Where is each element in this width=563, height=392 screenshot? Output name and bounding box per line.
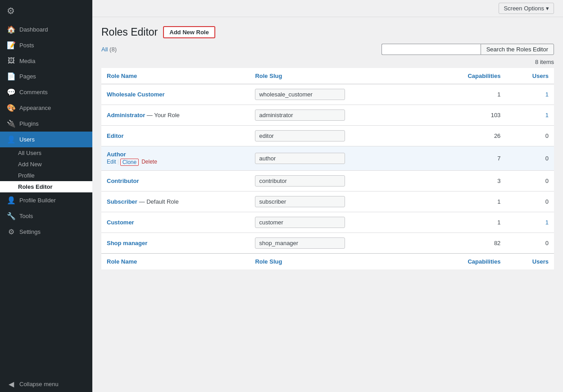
users-cell: 1 [506,84,554,105]
sidebar-item-tools[interactable]: 🔧 Tools [0,208,92,224]
capabilities-cell: 1 [428,191,506,212]
tools-icon: 🔧 [7,212,16,220]
table-row: Editor260 [101,126,554,146]
users-cell: 1 [506,212,554,233]
main-content: Screen Options ▾ Roles Editor Add New Ro… [92,0,563,392]
users-cell: 1 [506,105,554,126]
roles-table: Role Name Role Slug Capabilities Users W… [101,68,554,269]
role-name-link[interactable]: Editor [107,132,124,139]
role-name-cell: Editor [101,126,250,146]
sidebar-subitem-roles-editor[interactable]: Roles Editor [0,181,92,192]
role-suffix: — Your Role [145,112,180,119]
role-name-cell: Contributor [101,171,250,191]
sidebar-item-label: Profile Builder [19,197,56,204]
sidebar-item-collapse[interactable]: ◀ Collapse menu [0,376,92,392]
role-slug-input[interactable] [255,217,345,228]
role-slug-cell [250,126,428,146]
role-slug-input[interactable] [255,153,345,164]
sidebar-item-comments[interactable]: 💬 Comments [0,84,92,100]
users-cell: 0 [506,191,554,212]
role-name-link[interactable]: Administrator [107,112,145,119]
search-area: Search the Roles Editor [381,44,554,55]
col-header-role-slug: Role Slug [250,68,428,84]
role-actions: Edit|Clone Delete [107,159,244,166]
sidebar-item-label: Dashboard [19,26,48,33]
plugins-icon: 🔌 [7,119,16,128]
clone-action[interactable]: Clone [120,159,139,166]
sidebar-item-pages[interactable]: 📄 Pages [0,68,92,84]
table-footer-row: Role Name Role Slug Capabilities Users [101,254,554,270]
sidebar-item-plugins[interactable]: 🔌 Plugins [0,116,92,132]
dashboard-icon: 🏠 [7,25,16,34]
col-footer-role-slug: Role Slug [250,254,428,270]
capabilities-cell: 3 [428,171,506,191]
role-slug-input[interactable] [255,130,345,141]
capabilities-cell: 103 [428,105,506,126]
sidebar-item-media[interactable]: 🖼 Media [0,53,92,68]
role-slug-cell [250,191,428,212]
role-name-link[interactable]: Subscriber [107,198,137,205]
page-header: Roles Editor Add New Role [101,26,554,38]
sidebar-item-users[interactable]: 👤 Users [0,132,92,147]
role-name-link[interactable]: Customer [107,219,134,226]
sidebar-item-label: Settings [19,228,41,235]
sidebar-item-label: Appearance [19,105,51,111]
table-row: Contributor30 [101,171,554,191]
table-row: Subscriber — Default Role10 [101,191,554,212]
role-slug-input[interactable] [255,175,345,187]
role-name-cell: Subscriber — Default Role [101,191,250,212]
role-slug-cell [250,146,428,171]
col-header-role-name[interactable]: Role Name [101,68,250,84]
role-name-cell: Shop manager [101,233,250,254]
comments-icon: 💬 [7,88,16,96]
sidebar-item-label: Media [19,58,35,64]
table-row: Shop manager820 [101,233,554,254]
role-slug-input[interactable] [255,237,345,249]
role-slug-input[interactable] [255,109,345,121]
sidebar-subitem-profile[interactable]: Profile [0,170,92,181]
posts-icon: 📝 [7,41,16,50]
screen-options-label: Screen Options [504,5,544,12]
sidebar-item-dashboard[interactable]: 🏠 Dashboard [0,22,92,37]
role-name-link[interactable]: Author [107,151,126,158]
add-new-role-button[interactable]: Add New Role [163,26,215,38]
appearance-icon: 🎨 [7,104,16,112]
sidebar-subitem-all-users[interactable]: All Users [0,147,92,159]
sidebar-item-posts[interactable]: 📝 Posts [0,37,92,53]
wordpress-icon: ⚙ [7,5,15,16]
role-name-cell: Customer [101,212,250,233]
sidebar-item-appearance[interactable]: 🎨 Appearance [0,100,92,116]
sidebar-item-label: Tools [19,213,33,219]
capabilities-cell: 1 [428,84,506,105]
role-slug-cell [250,171,428,191]
sidebar-item-label: Comments [19,89,48,96]
sidebar-item-label: Pages [19,73,36,80]
sidebar-item-settings[interactable]: ⚙ Settings [0,224,92,240]
users-icon: 👤 [7,135,16,144]
search-roles-button[interactable]: Search the Roles Editor [481,44,554,55]
settings-icon: ⚙ [7,228,16,236]
delete-action[interactable]: Delete [141,159,157,166]
filter-all-label[interactable]: All [101,46,108,53]
role-slug-cell [250,233,428,254]
col-footer-users: Users [506,254,554,270]
items-count: 8 items [101,59,554,65]
sidebar: ⚙ 🏠 Dashboard 📝 Posts 🖼 Media 📄 Pages 💬 … [0,0,92,392]
search-input[interactable] [381,44,481,55]
role-name-link[interactable]: Contributor [107,178,139,184]
capabilities-cell: 26 [428,126,506,146]
users-cell: 0 [506,146,554,171]
sidebar-subitem-add-new[interactable]: Add New [0,159,92,170]
capabilities-cell: 7 [428,146,506,171]
role-slug-cell [250,84,428,105]
edit-action[interactable]: Edit [107,159,116,166]
role-name-link[interactable]: Wholesale Customer [107,91,165,98]
table-row: Customer11 [101,212,554,233]
role-slug-input[interactable] [255,196,345,207]
role-name-link[interactable]: Shop manager [107,240,147,246]
screen-options-button[interactable]: Screen Options ▾ [499,3,554,14]
col-header-capabilities: Capabilities [428,68,506,84]
sidebar-item-profile-builder[interactable]: 👤 Profile Builder [0,192,92,208]
role-slug-input[interactable] [255,89,345,100]
col-footer-role-name: Role Name [101,254,250,270]
